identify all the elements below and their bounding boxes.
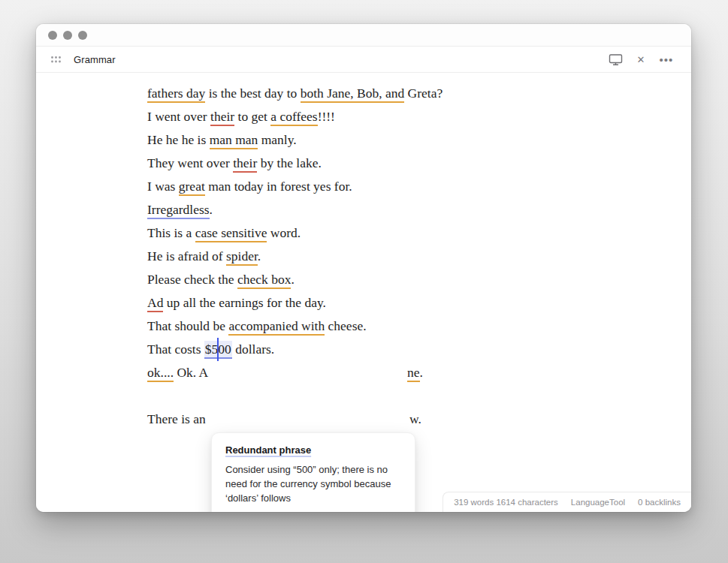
status-bar: 319 words 1614 characters LanguageTool 0… xyxy=(443,492,691,512)
text-segment: That costs xyxy=(147,342,204,357)
grammar-issue-hint[interactable]: case sensitive xyxy=(195,225,267,242)
zoom-window-button[interactable] xyxy=(78,31,87,40)
languagetool-status[interactable]: LanguageTool xyxy=(571,498,625,507)
text-segment: There is an xyxy=(147,411,206,426)
text-segment: by the lake. xyxy=(257,155,322,170)
minimize-window-button[interactable] xyxy=(63,31,72,40)
text-segment: up all the earnings for the day. xyxy=(163,295,326,310)
text-segment: That should be xyxy=(147,318,228,333)
text-line[interactable]: That should be accompanied with cheese. xyxy=(147,315,676,338)
text-line[interactable]: He he he is man man manly. xyxy=(147,128,676,152)
editor-area[interactable]: fathers day is the best day to both Jane… xyxy=(36,73,691,512)
text-line[interactable]: ok.... Ok. Ane. xyxy=(147,361,676,384)
text-segment: . xyxy=(210,202,213,217)
drag-handle-grid-icon[interactable] xyxy=(51,56,61,63)
text-segment: word. xyxy=(267,225,301,240)
more-options-icon[interactable]: ••• xyxy=(657,50,676,69)
traffic-lights xyxy=(48,31,87,40)
text-segment: . xyxy=(258,248,261,263)
text-segment: w. xyxy=(409,411,421,426)
toolbar: Grammar ✕ ••• xyxy=(36,47,691,73)
text-segment: is the best day to xyxy=(205,86,300,101)
text-fragment-behind-popup[interactable]: ne. xyxy=(407,361,423,384)
text-segment: !!!! xyxy=(318,109,335,124)
text-line[interactable]: This is a case sensitive word. xyxy=(147,221,676,245)
text-segment: Greta? xyxy=(404,86,443,101)
editor-lines: fathers day is the best day to both Jane… xyxy=(147,82,676,431)
grammar-issue-hint[interactable]: fathers day xyxy=(147,86,205,103)
close-icon[interactable]: ✕ xyxy=(631,50,651,69)
grammar-issue-hint[interactable]: a coffees xyxy=(270,109,317,126)
grammar-issue-hint[interactable]: ne xyxy=(407,365,420,382)
grammar-issue-hint[interactable]: ok.... xyxy=(147,365,174,382)
grammar-issue-hint[interactable]: great xyxy=(179,179,205,196)
text-segment: . xyxy=(420,365,423,380)
word-count: 319 words 1614 characters xyxy=(454,498,558,507)
text-fragment-behind-popup[interactable]: w. xyxy=(409,408,421,431)
close-window-button[interactable] xyxy=(48,31,57,40)
text-segment: Please check the xyxy=(147,272,237,287)
popup-body: Consider using “500” only; there is no n… xyxy=(225,462,401,505)
text-segment: He is afraid of xyxy=(147,248,226,263)
text-segment: to get xyxy=(234,109,270,124)
text-line[interactable]: I went over their to get a coffees!!!! xyxy=(147,105,676,128)
text-segment: I went over xyxy=(147,109,210,124)
text-segment: man today in forest yes for. xyxy=(205,179,352,194)
text-line[interactable]: I was great man today in forest yes for. xyxy=(147,175,676,198)
title-bar[interactable] xyxy=(36,24,691,47)
text-segment: dollars. xyxy=(232,342,274,357)
backlinks-count[interactable]: 0 backlinks xyxy=(638,498,681,507)
grammar-issue-style[interactable]: Irregardless xyxy=(147,202,210,219)
text-segment: They went over xyxy=(147,155,233,170)
text-line[interactable]: He is afraid of spider. xyxy=(147,245,676,268)
text-line[interactable]: Please check the check box. xyxy=(147,268,676,291)
text-segment: I was xyxy=(147,179,179,194)
text-segment: Ok. A xyxy=(174,365,208,380)
grammar-issue-error[interactable]: Ad xyxy=(147,295,163,312)
grammar-issue-hint[interactable]: accompanied with xyxy=(228,318,325,336)
grammar-issue-hint[interactable]: man man xyxy=(210,132,258,149)
text-segment: This is a xyxy=(147,225,195,240)
page-title: Grammar xyxy=(74,54,116,65)
grammar-issue-hint[interactable]: spider xyxy=(226,248,258,266)
text-line[interactable] xyxy=(147,384,676,408)
text-segment: . xyxy=(291,272,294,287)
text-segment: He he he is xyxy=(147,132,210,147)
text-line[interactable]: There is anw. xyxy=(147,408,676,431)
text-line[interactable]: Ad up all the earnings for the day. xyxy=(147,291,676,315)
grammar-issue-error[interactable]: their xyxy=(210,109,234,126)
text-segment: cheese. xyxy=(325,318,366,333)
text-line[interactable]: Irregardless. xyxy=(147,198,676,221)
grammar-issue-error[interactable]: their xyxy=(233,155,257,173)
grammar-suggestion-popup: Redundant phrase Consider using “500” on… xyxy=(211,432,415,512)
text-line[interactable]: They went over their by the lake. xyxy=(147,152,676,175)
text-line[interactable]: fathers day is the best day to both Jane… xyxy=(147,82,676,105)
grammar-issue-hint[interactable]: check box xyxy=(237,272,291,289)
text-segment: manly. xyxy=(258,132,296,147)
monitor-icon[interactable] xyxy=(606,50,625,69)
grammar-issue-hint[interactable]: both Jane, Bob, and xyxy=(301,86,405,103)
text-line[interactable]: That costs $500 dollars. xyxy=(147,338,676,361)
popup-title: Redundant phrase xyxy=(225,444,401,456)
selected-grammar-issue[interactable]: $500 xyxy=(204,341,232,359)
app-window: Grammar ✕ ••• fathers day is the best da… xyxy=(36,24,691,512)
